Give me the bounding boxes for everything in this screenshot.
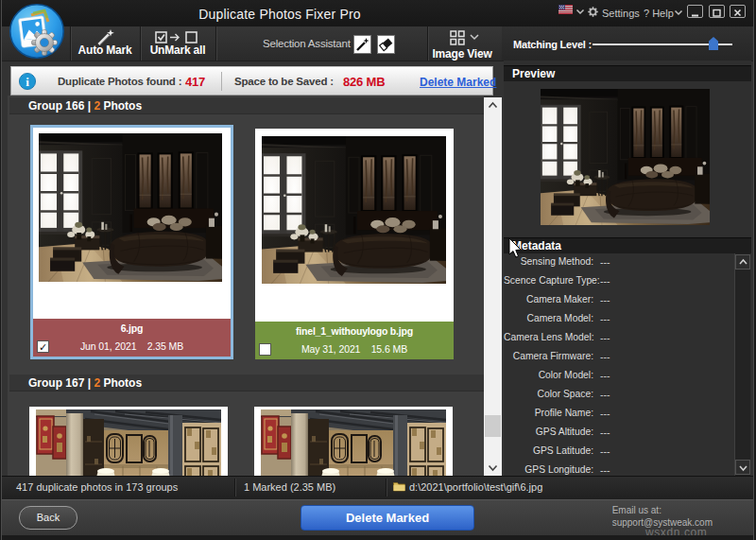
svg-text:i: i bbox=[26, 75, 29, 89]
